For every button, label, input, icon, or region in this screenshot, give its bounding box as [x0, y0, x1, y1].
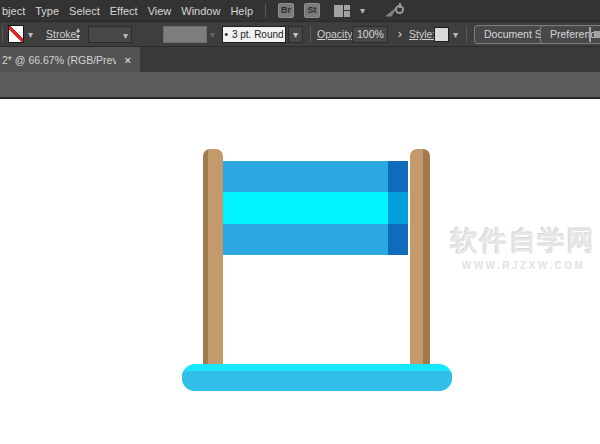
- document-tab[interactable]: 2* @ 66.67% (RGB/Preview) ×: [0, 47, 140, 72]
- chevron-down-icon: ▾: [210, 29, 215, 40]
- banner-stripe-middle[interactable]: [223, 192, 408, 224]
- workspace-switcher-icon[interactable]: [334, 5, 350, 17]
- artboard-canvas[interactable]: 软件自学网 WWW.RJZXW.COM: [0, 99, 600, 444]
- menu-item-window[interactable]: Window: [181, 5, 220, 17]
- brush-dot-icon: •: [224, 29, 228, 40]
- share-power-icon[interactable]: [385, 3, 405, 19]
- panel-dock-icon: [589, 27, 599, 42]
- pasteboard: [0, 72, 600, 97]
- brush-definition-value: 3 pt. Round: [232, 29, 284, 40]
- menu-bar: bject Type Select Effect View Window Hel…: [0, 0, 600, 22]
- document-tab-title: 2* @ 66.67% (RGB/Preview): [2, 54, 116, 66]
- opacity-label[interactable]: Opacity:: [317, 28, 356, 40]
- chevron-down-icon[interactable]: ▾: [453, 29, 458, 40]
- base-stand-body: [182, 371, 452, 391]
- illustrator-window: bject Type Select Effect View Window Hel…: [0, 0, 600, 444]
- close-icon[interactable]: ×: [125, 54, 131, 66]
- banner-stripe-bottom[interactable]: [223, 224, 408, 255]
- menu-item-view[interactable]: View: [148, 5, 172, 17]
- bridge-button[interactable]: Br: [278, 3, 294, 18]
- stroke-label[interactable]: Stroke:: [46, 28, 79, 40]
- base-stand[interactable]: [182, 364, 452, 391]
- menu-item-object[interactable]: bject: [2, 5, 25, 17]
- opacity-input[interactable]: 100%: [352, 26, 388, 43]
- stepper-down-icon[interactable]: ▾: [76, 33, 80, 40]
- opacity-flyout-icon[interactable]: ›: [393, 25, 407, 43]
- banner-artwork[interactable]: [223, 161, 408, 255]
- banner-stripe-top[interactable]: [223, 161, 408, 192]
- chevron-down-icon[interactable]: ▾: [28, 29, 33, 40]
- chevron-down-icon[interactable]: ▾: [288, 26, 303, 43]
- controlbar-separator: [310, 26, 311, 42]
- watermark-url: WWW.RJZXW.COM: [451, 260, 596, 271]
- menu-item-select[interactable]: Select: [69, 5, 100, 17]
- graphic-style-swatch[interactable]: [434, 27, 449, 42]
- flag-pole-right[interactable]: [410, 149, 430, 364]
- brush-definition-dropdown[interactable]: • 3 pt. Round: [222, 26, 286, 43]
- document-tab-bar: 2* @ 66.67% (RGB/Preview) ×: [0, 47, 600, 72]
- chevron-down-icon[interactable]: ▾: [360, 6, 365, 16]
- chevron-down-icon[interactable]: ▾: [123, 30, 128, 41]
- menu-item-effect[interactable]: Effect: [110, 5, 138, 17]
- stroke-color-none-swatch[interactable]: [8, 25, 24, 43]
- menubar-separator: [265, 4, 266, 18]
- menu-item-help[interactable]: Help: [230, 5, 253, 17]
- banner-stripe-middle-end: [388, 192, 408, 224]
- stroke-weight-stepper[interactable]: ▴ ▾: [76, 26, 80, 40]
- banner-stripe-bottom-end: [388, 224, 408, 255]
- control-bar: ▾ Stroke: ▴ ▾ ▾ ▾ • 3 pt. Round ▾ Opacit…: [0, 22, 600, 47]
- banner-stripe-top-end: [388, 161, 408, 192]
- controlbar-separator: [466, 26, 467, 42]
- watermark: 软件自学网 WWW.RJZXW.COM: [451, 223, 596, 271]
- stroke-weight-input[interactable]: ▾: [88, 26, 132, 43]
- style-label[interactable]: Style:: [409, 28, 435, 40]
- flag-pole-left[interactable]: [203, 149, 223, 364]
- power-icon: [395, 5, 404, 14]
- controlbar-separator: [2, 26, 3, 42]
- watermark-text: 软件自学网: [451, 223, 596, 259]
- width-profile-dropdown: [163, 26, 207, 43]
- stock-button[interactable]: St: [304, 3, 320, 18]
- menu-item-type[interactable]: Type: [35, 5, 59, 17]
